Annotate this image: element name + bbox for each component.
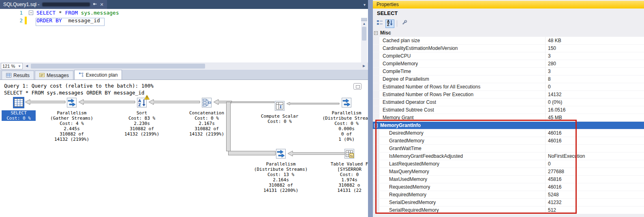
alphabetical-button[interactable]: AZ <box>385 19 394 28</box>
editor-vertical-scrollbar[interactable]: ▲ ▼ <box>361 18 367 62</box>
property-row[interactable]: IsMemoryGrantFeedbackAdjustedNoFirstExec… <box>373 153 644 160</box>
tab-messages[interactable]: Messages <box>35 71 73 79</box>
document-list-chevron-icon[interactable]: ▾ <box>361 0 368 9</box>
grid-margin <box>373 137 379 144</box>
scroll-left-icon[interactable]: ◀ <box>24 63 30 69</box>
property-row[interactable]: RequestedMemory46016 <box>373 183 644 191</box>
property-row[interactable]: CardinalityEstimationModelVersion150 <box>373 45 644 52</box>
scroll-up-icon[interactable]: ▲ <box>361 21 367 27</box>
code-text: ORDER BY message_id <box>35 17 100 24</box>
property-row[interactable]: LastRequestedMemory0 <box>373 160 644 168</box>
sql-editor[interactable]: 1 − SELECT * FROM sys.messages 2 ORDER B… <box>0 9 368 62</box>
property-row[interactable]: CompileTime3 <box>373 68 644 75</box>
property-value[interactable] <box>545 122 644 129</box>
property-value[interactable]: 150 <box>545 45 644 52</box>
property-value[interactable]: 45 MB <box>545 114 644 122</box>
property-row[interactable]: MaxUsedMemory45816 <box>373 176 644 183</box>
tab-results[interactable]: Results <box>2 71 34 79</box>
property-value[interactable]: 512 <box>545 206 644 214</box>
close-icon[interactable]: ✕ <box>100 2 103 7</box>
property-value[interactable]: 46016 <box>545 129 644 137</box>
plan-node-text: Parallelism(Distribute Streams)Cost: 13 … <box>248 161 313 193</box>
property-row[interactable]: Memory Grant45 MB <box>373 114 644 122</box>
collapse-region-icon[interactable]: − <box>29 11 33 15</box>
fold-margin[interactable]: − <box>28 9 35 17</box>
pin-icon[interactable] <box>93 2 97 7</box>
property-value[interactable]: 46016 <box>545 137 644 145</box>
property-value[interactable]: 48 KB <box>545 37 644 45</box>
property-row[interactable]: DesiredMemory46016 <box>373 129 644 137</box>
property-value[interactable]: 277688 <box>545 168 644 176</box>
zoom-select[interactable]: 121 % ▼ <box>1 63 23 69</box>
property-value[interactable] <box>545 145 644 153</box>
property-row[interactable]: Estimated Operator Cost0 (0%) <box>373 99 644 106</box>
property-name: CompileMemory <box>379 61 418 67</box>
property-value[interactable]: 8 <box>545 75 644 83</box>
property-value[interactable]: NoFirstExecution <box>545 153 644 160</box>
property-name: MemoryGrantInfo <box>379 122 421 128</box>
svg-text:Z: Z <box>387 23 389 26</box>
property-value[interactable]: 45816 <box>545 176 644 183</box>
property-value[interactable]: 0 (0%) <box>545 99 644 106</box>
property-value[interactable]: 5248 <box>545 191 644 199</box>
property-row[interactable]: MaxQueryMemory277688 <box>373 168 644 176</box>
properties-title-bar[interactable]: Properties <box>373 1 644 9</box>
property-name: Misc <box>379 30 391 36</box>
property-value[interactable]: 0 <box>545 160 644 168</box>
property-row[interactable]: SerialRequiredMemory512 <box>373 206 644 214</box>
tab-execution-plan[interactable]: Execution plan <box>74 70 122 79</box>
property-value[interactable]: 280 <box>545 60 644 68</box>
property-pages-button[interactable] <box>400 19 409 28</box>
categorized-button[interactable] <box>375 19 384 28</box>
property-value[interactable]: 3 <box>545 52 644 60</box>
property-row-memorygrantinfo-selected[interactable]: −MemoryGrantInfo <box>373 122 644 129</box>
breakpoint-margin[interactable] <box>0 9 11 17</box>
property-row[interactable]: CompileCPU3 <box>373 52 644 60</box>
property-value[interactable]: 41232 <box>545 199 644 206</box>
property-value[interactable]: 16.0516 <box>545 106 644 114</box>
property-name: CompileCPU <box>379 53 411 59</box>
property-row[interactable]: Estimated Subtree Cost16.0516 <box>373 106 644 114</box>
property-value[interactable]: 0 <box>545 83 644 91</box>
grid-margin <box>373 60 379 67</box>
scrollbar-thumb[interactable] <box>362 27 366 41</box>
property-value[interactable]: 14132 <box>545 91 644 99</box>
tab-label: Results <box>13 73 30 78</box>
document-tab-sqlquery1[interactable]: SQLQuery1.sql - ✕ <box>0 0 107 9</box>
property-row[interactable]: Estimated Number of Rows Per Execution14… <box>373 91 644 99</box>
property-row[interactable]: Estimated Number of Rows for All Executi… <box>373 83 644 91</box>
redacted-connection-text <box>42 2 90 6</box>
property-name: DesiredMemory <box>379 130 424 136</box>
property-row[interactable]: Cached plan size48 KB <box>373 37 644 45</box>
property-value[interactable]: 3 <box>545 68 644 75</box>
collapse-icon[interactable]: − <box>374 31 378 35</box>
scroll-right-icon[interactable]: ▶ <box>361 63 367 69</box>
zoom-value: 121 % <box>2 64 15 69</box>
fold-margin[interactable] <box>28 17 35 24</box>
property-row[interactable]: Degree of Parallelism8 <box>373 75 644 83</box>
scrollbar-thumb[interactable] <box>31 64 205 69</box>
property-row[interactable]: CompileMemory280 <box>373 60 644 68</box>
pane-splitter[interactable] <box>368 0 373 217</box>
plan-data-flow-arrow <box>149 99 200 105</box>
property-row[interactable]: RequiredMemory5248 <box>373 191 644 199</box>
document-tab-label: SQLQuery1.sql - <box>3 2 39 7</box>
property-name: SerialRequiredMemory <box>379 207 439 213</box>
plan-fit-button[interactable] <box>353 83 362 90</box>
property-value[interactable]: 46016 <box>545 183 644 191</box>
property-row[interactable]: GrantedMemory46016 <box>373 137 644 145</box>
parallelism-icon <box>66 97 77 108</box>
code-line-1: 1 − SELECT * FROM sys.messages <box>0 9 368 17</box>
property-row[interactable]: SerialDesiredMemory41232 <box>373 199 644 206</box>
property-row[interactable]: GrantWaitTime <box>373 145 644 153</box>
property-name: CardinalityEstimationModelVersion <box>379 45 458 51</box>
results-grid-icon <box>6 73 11 78</box>
editor-horizontal-scrollbar[interactable]: ◀ ▶ <box>24 63 367 69</box>
collapse-icon[interactable]: − <box>374 124 378 127</box>
category-row-misc[interactable]: −Misc <box>373 29 644 37</box>
splitter-grip[interactable] <box>361 18 367 21</box>
breakpoint-margin[interactable] <box>0 17 11 24</box>
change-tracking-margin <box>24 17 28 24</box>
property-name: GrantWaitTime <box>379 146 421 151</box>
categorized-icon <box>377 20 383 27</box>
